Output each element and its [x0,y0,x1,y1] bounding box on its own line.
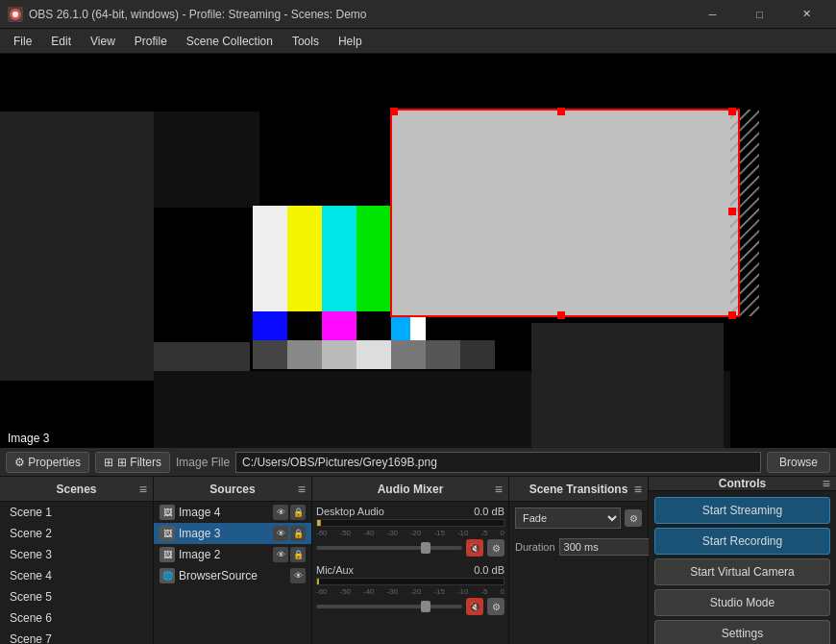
desktop-audio-header: Desktop Audio 0.0 dB [316,506,504,517]
transitions-header: Scene Transitions ≡ [509,477,648,502]
preview-canvas [0,54,836,448]
svg-rect-23 [322,340,357,369]
source-visibility-button[interactable]: 👁 [290,568,306,583]
source-lock-button[interactable]: 🔒 [290,526,306,541]
source-name: Image 4 [179,506,269,519]
scenes-panel: Scenes ≡ Scene 1 Scene 2 Scene 3 Scene 4… [0,477,154,644]
scene-item[interactable]: Scene 5 [0,586,153,607]
source-visibility-button[interactable]: 👁 [273,505,288,520]
filter-icon: ⊞ [104,456,113,469]
panel-row: Scenes ≡ Scene 1 Scene 2 Scene 3 Scene 4… [0,477,836,644]
svg-rect-22 [287,340,322,369]
scene-item[interactable]: Scene 6 [0,607,153,629]
svg-rect-13 [253,311,287,340]
source-item[interactable]: 🖼 Image 4 👁 🔒 [154,502,311,523]
desktop-audio-db: 0.0 dB [474,506,504,517]
controls-content: Start Streaming Start Recording Start Vi… [649,491,836,644]
source-item[interactable]: 🖼 Image 2 👁 🔒 [154,544,311,565]
menu-edit[interactable]: Edit [41,32,81,51]
scene-item[interactable]: Scene 2 [0,523,153,544]
browse-button[interactable]: Browse [767,452,830,473]
source-item[interactable]: 🖼 Image 3 👁 🔒 [154,523,311,544]
svg-rect-3 [0,111,154,381]
scenes-config-icon[interactable]: ≡ [139,482,147,497]
mic-aux-label: Mic/Aux [316,564,354,576]
menu-scene-collection[interactable]: Scene Collection [177,32,283,51]
image-icon: 🖼 [160,526,175,541]
audio-mixer-header: Audio Mixer ≡ [312,477,508,502]
app-icon [8,7,23,22]
mic-aux-mute-button[interactable]: 🔇 [466,598,483,615]
menu-help[interactable]: Help [329,32,372,51]
desktop-audio-labels: -60-50-40-30-20-15-10-50 [316,529,504,537]
transition-type-select[interactable]: Fade Cut Swipe Slide [515,508,621,529]
mic-aux-labels: -60-50-40-30-20-15-10-50 [316,587,504,596]
transition-settings-button[interactable]: ⚙ [625,509,642,527]
source-controls: 👁 🔒 [273,526,306,541]
studio-mode-button[interactable]: Studio Mode [654,589,830,616]
svg-rect-9 [357,206,391,311]
menu-profile[interactable]: Profile [125,32,177,51]
source-name: Image 2 [179,548,269,561]
file-path-input[interactable] [235,452,761,473]
svg-rect-30 [392,110,740,316]
close-button[interactable]: ✕ [785,0,828,29]
source-controls: 👁 [290,568,306,583]
duration-row: Duration ▲ ▼ [515,536,642,557]
source-name: Image 3 [179,527,269,540]
scene-transitions-panel: Scene Transitions ≡ Fade Cut Swipe Slide… [509,477,649,644]
source-lock-button[interactable]: 🔒 [290,505,306,520]
title-bar: OBS 26.1.0 (64-bit, windows) - Profile: … [0,0,836,29]
svg-rect-16 [357,311,391,340]
filters-button[interactable]: ⊞ ⊞ Filters [95,452,170,473]
source-label: Image 3 [0,429,57,448]
image-icon: 🖼 [160,505,175,520]
scene-item[interactable]: Scene 3 [0,544,153,565]
properties-button[interactable]: ⚙ Properties [6,452,89,473]
scene-item[interactable]: Scene 7 [0,629,153,644]
start-recording-button[interactable]: Start Recording [654,528,830,555]
image-file-label: Image File [176,456,230,469]
menu-tools[interactable]: Tools [283,32,329,51]
desktop-audio-fader[interactable] [316,546,462,550]
mic-aux-db: 0.0 dB [474,564,504,576]
controls-config-icon[interactable]: ≡ [823,476,830,491]
transitions-config-icon[interactable]: ≡ [634,482,642,497]
source-visibility-button[interactable]: 👁 [273,547,288,562]
start-virtual-camera-button[interactable]: Start Virtual Camera [654,558,830,585]
scenes-header: Scenes ≡ [0,477,153,502]
svg-rect-29 [154,342,250,371]
svg-rect-26 [426,340,460,369]
sources-config-icon[interactable]: ≡ [298,482,306,497]
mic-aux-settings-button[interactable]: ⚙ [487,598,504,615]
mic-aux-fader[interactable] [316,605,462,608]
start-streaming-button[interactable]: Start Streaming [654,497,830,524]
browser-icon: 🌐 [160,568,175,583]
menu-file[interactable]: File [4,32,41,51]
desktop-audio-mute-button[interactable]: 🔇 [466,539,483,557]
scene-item[interactable]: Scene 4 [0,565,153,586]
mic-aux-track: Mic/Aux 0.0 dB -60-50-40-30-20-15-10-50 … [316,564,504,615]
scene-item[interactable]: Scene 1 [0,502,153,523]
source-lock-button[interactable]: 🔒 [290,547,306,562]
audio-content: Desktop Audio 0.0 dB -60-50-40-30-20-15-… [312,502,508,644]
desktop-audio-settings-button[interactable]: ⚙ [487,539,504,557]
path-bar: ⚙ Properties ⊞ ⊞ Filters Image File Brow… [0,448,836,477]
svg-rect-7 [287,206,322,311]
audio-config-icon[interactable]: ≡ [495,482,503,497]
svg-rect-14 [287,311,322,340]
desktop-audio-track: Desktop Audio 0.0 dB -60-50-40-30-20-15-… [316,506,504,557]
preview-area: Image 3 [0,54,836,448]
source-name: BrowserSource [179,569,286,582]
minimize-button[interactable]: ─ [691,0,734,29]
desktop-audio-meter [316,519,504,527]
menu-view[interactable]: View [81,32,125,51]
source-visibility-button[interactable]: 👁 [273,526,288,541]
menu-bar: File Edit View Profile Scene Collection … [0,29,836,54]
maximize-button[interactable]: □ [738,0,781,29]
window-title: OBS 26.1.0 (64-bit, windows) - Profile: … [29,8,691,21]
source-item[interactable]: 🌐 BrowserSource 👁 [154,565,311,586]
source-controls: 👁 🔒 [273,505,306,520]
settings-button[interactable]: Settings [654,620,830,644]
scenes-list: Scene 1 Scene 2 Scene 3 Scene 4 Scene 5 … [0,502,153,644]
